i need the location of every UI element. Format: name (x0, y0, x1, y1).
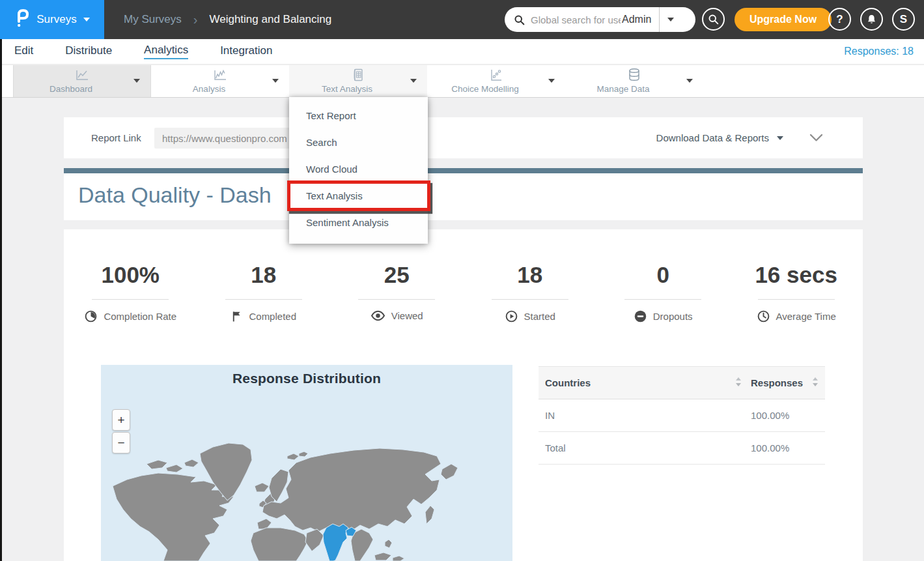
left-edge-strip (0, 39, 2, 561)
line-chart-icon (14, 67, 150, 83)
menu-item-text-report[interactable]: Text Report (289, 102, 428, 129)
menu-item-sentiment-analysis[interactable]: Sentiment Analysis (289, 209, 428, 236)
map-zoom-controls: + − (112, 409, 130, 453)
report-link-bar: Report Link Download Data & Reports (64, 117, 863, 158)
responses-column-header[interactable]: Responses (751, 377, 819, 389)
divider (659, 7, 660, 32)
stat-completion-rate: 100% Completion Rate (64, 262, 197, 323)
country-cell: Total (545, 442, 751, 453)
search-icon (514, 14, 525, 25)
search-button[interactable] (702, 8, 725, 31)
responses-count: Responses: 18 (844, 39, 914, 64)
stat-value: 0 (596, 262, 729, 288)
countries-column-header[interactable]: Countries (545, 377, 751, 389)
question-mark-icon: ? (836, 13, 843, 26)
sort-icon[interactable] (812, 377, 819, 389)
accent-bar (64, 168, 863, 173)
chevron-down-icon (686, 79, 693, 83)
questionpro-app: Surveys My Surveys › Weighting and Balan… (0, 0, 924, 561)
search-scope-dropdown-icon[interactable] (667, 18, 674, 22)
breadcrumb-survey-name: Weighting and Balancing (209, 13, 331, 26)
tab-manage-data[interactable]: Manage Data (565, 65, 703, 97)
menu-item-search[interactable]: Search (289, 129, 428, 156)
tab-label: Dashboard (14, 84, 128, 94)
database-icon (565, 67, 703, 83)
chevron-down-icon (83, 18, 90, 22)
download-data-reports-menu[interactable]: Download Data & Reports (656, 117, 783, 158)
global-search: Admin (505, 7, 695, 32)
map-zoom-out-button[interactable]: − (112, 432, 130, 453)
nav-distribute[interactable]: Distribute (65, 44, 112, 59)
tab-label: Manage Data (565, 84, 681, 94)
tab-dashboard[interactable]: Dashboard (13, 65, 151, 97)
top-header: Surveys My Surveys › Weighting and Balan… (0, 0, 924, 39)
table-row-total: Total 100.00% (539, 432, 825, 465)
stat-value: 18 (463, 262, 596, 288)
stat-label: Completed (249, 311, 296, 322)
chevron-down-icon (272, 79, 279, 83)
report-link-label: Report Link (91, 117, 141, 158)
questionpro-logo-icon (14, 8, 30, 31)
dashboard-card: 100% Completion Rate 18 (64, 229, 863, 561)
stat-value: 18 (197, 262, 329, 288)
breadcrumb-separator: › (193, 12, 198, 27)
help-button[interactable]: ? (828, 8, 851, 31)
clock-icon (757, 309, 770, 323)
column-label: Responses (751, 377, 803, 388)
table-header-row: Countries Responses (539, 366, 825, 399)
chevron-down-icon (133, 79, 140, 83)
responses-cell: 100.00% (751, 442, 819, 453)
product-label: Surveys (36, 13, 76, 26)
tab-analysis[interactable]: Analysis (151, 65, 289, 97)
surveys-product-menu[interactable]: Surveys (0, 0, 104, 39)
global-search-input[interactable] (531, 14, 621, 25)
stat-average-time: 16 secs Average Time (729, 262, 862, 323)
world-map-svg[interactable] (101, 365, 512, 561)
notifications-button[interactable] (860, 8, 883, 31)
tab-choice-modelling[interactable]: Choice Modelling (427, 65, 565, 97)
play-circle-icon (505, 309, 518, 323)
stat-label: Started (524, 311, 555, 322)
sort-icon[interactable] (735, 377, 742, 389)
survey-nav: Edit Distribute Analytics Integration Re… (0, 39, 924, 64)
page-title: Data Quality - Dash (78, 182, 272, 208)
tab-label: Choice Modelling (427, 84, 543, 94)
text-report-icon (289, 67, 427, 83)
response-distribution-map[interactable]: Response Distribution + − (101, 365, 512, 561)
avatar[interactable]: S (892, 8, 915, 31)
menu-item-word-cloud[interactable]: Word Cloud (289, 156, 428, 182)
stat-value: 100% (64, 262, 197, 288)
breadcrumb-my-surveys[interactable]: My Surveys (124, 13, 182, 26)
chevron-down-icon (410, 79, 417, 83)
nav-analytics[interactable]: Analytics (144, 44, 188, 59)
stat-started: 18 Started (463, 262, 596, 323)
stat-label: Completion Rate (104, 311, 176, 322)
responses-cell: 100.00% (751, 410, 819, 421)
breadcrumb: My Surveys › Weighting and Balancing (124, 0, 331, 39)
avatar-initial: S (900, 13, 907, 26)
stat-value: 25 (330, 262, 463, 288)
chevron-down-icon (777, 136, 783, 140)
stat-label: Average Time (776, 311, 836, 322)
tab-label: Analysis (151, 84, 267, 94)
column-label: Countries (545, 377, 591, 388)
download-label: Download Data & Reports (656, 132, 769, 143)
menu-item-text-analysis[interactable]: Text Analysis (289, 182, 428, 209)
bell-icon (866, 14, 877, 25)
upgrade-now-button[interactable]: Upgrade Now (735, 8, 832, 31)
nav-edit[interactable]: Edit (14, 44, 33, 59)
analytics-toolbar: Dashboard Analysis (2, 64, 924, 98)
trend-chart-icon (151, 67, 289, 83)
tab-text-analysis[interactable]: Text Analysis (289, 65, 427, 97)
collapse-panel-chevron[interactable] (809, 133, 823, 145)
nav-integration[interactable]: Integration (220, 44, 272, 59)
search-scope-label[interactable]: Admin (622, 14, 651, 25)
scatter-chart-icon (427, 67, 565, 83)
survey-stats: 100% Completion Rate 18 (64, 262, 863, 323)
map-title: Response Distribution (101, 371, 512, 386)
countries-table: Countries Responses (539, 366, 825, 465)
flag-icon (231, 309, 243, 323)
minus-circle-icon (634, 309, 647, 323)
map-zoom-in-button[interactable]: + (112, 409, 130, 431)
stat-label: Dropouts (653, 311, 693, 322)
